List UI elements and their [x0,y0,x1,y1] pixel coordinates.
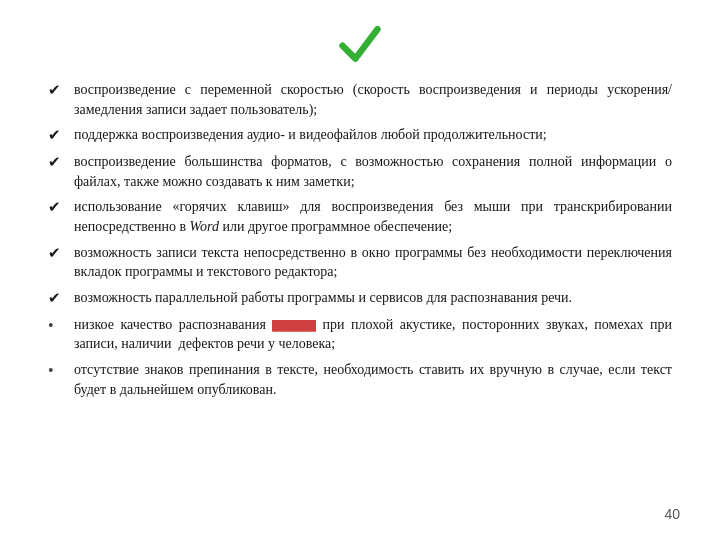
list-item: ✔ возможность записи текста непосредстве… [48,243,672,282]
check-bullet: ✔ [48,197,74,218]
item-text: отсутствие знаков препинания в тексте, н… [74,360,672,399]
slide-number: 40 [664,506,680,522]
list-item: • отсутствие знаков препинания в тексте,… [48,360,672,399]
check-bullet: ✔ [48,80,74,101]
check-bullet: ✔ [48,288,74,309]
check-bullet: ✔ [48,243,74,264]
dot-bullet: • [48,360,74,382]
item-text: поддержка воспроизведения аудио- и видео… [74,125,672,145]
check-bullet: ✔ [48,152,74,173]
list-item: • низкое качество распознавания ▓▓▓▓▓▓ п… [48,315,672,354]
item-text: воспроизведение с переменной скоростью (… [74,80,672,119]
top-checkmark [48,20,672,70]
item-text: использование «горячих клавиш» для воспр… [74,197,672,236]
list-item: ✔ воспроизведение большинства форматов, … [48,152,672,191]
list-item: ✔ возможность параллельной работы програ… [48,288,672,309]
list-item: ✔ воспроизведение с переменной скоростью… [48,80,672,119]
item-text: низкое качество распознавания ▓▓▓▓▓▓ при… [74,315,672,354]
item-text: возможность записи текста непосредственн… [74,243,672,282]
item-text: возможность параллельной работы программ… [74,288,672,308]
slide: ✔ воспроизведение с переменной скоростью… [0,0,720,540]
check-bullet: ✔ [48,125,74,146]
list-item: ✔ поддержка воспроизведения аудио- и вид… [48,125,672,146]
list-item: ✔ использование «горячих клавиш» для вос… [48,197,672,236]
item-text: воспроизведение большинства форматов, с … [74,152,672,191]
main-list: ✔ воспроизведение с переменной скоростью… [48,80,672,399]
dot-bullet: • [48,315,74,337]
